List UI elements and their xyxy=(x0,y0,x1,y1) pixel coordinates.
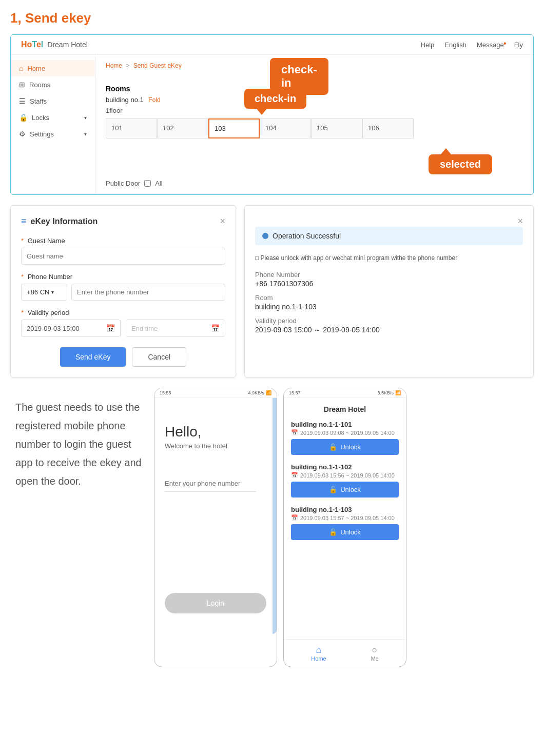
phone-number-input[interactable] xyxy=(71,284,225,301)
ekey-icon: ≡ xyxy=(21,216,27,227)
key-room-2: building no.1-1-103 xyxy=(291,506,399,513)
settings-chevron: ▾ xyxy=(84,131,87,137)
validity-label: * Validity period xyxy=(21,309,225,316)
staffs-icon: ☰ xyxy=(19,97,26,105)
key-item-1: building no.1-1-102 📅 2019.09.03 15:56 ~… xyxy=(291,463,399,498)
key-date-1: 📅 2019.09.03 15:56 ~ 2019.09.05 14:00 xyxy=(291,472,399,479)
lock-unlock-icon: 🔓 xyxy=(329,443,337,451)
keys-hotel-name: Dream Hotel xyxy=(291,405,399,413)
welcome-text: Welcome to the hotel xyxy=(165,442,266,450)
key-room-1: building no.1-1-102 xyxy=(291,463,399,471)
nav-me[interactable]: ○ Me xyxy=(371,645,378,662)
calendar-small-icon: 📅 xyxy=(291,429,298,436)
phone-info-label: Phone Number xyxy=(255,271,523,278)
key-room-0: building no.1-1-101 xyxy=(291,421,399,428)
locks-chevron: ▾ xyxy=(84,115,87,121)
phone-login-input[interactable] xyxy=(165,475,256,492)
room-102[interactable]: 102 xyxy=(157,118,208,138)
success-description: □ Please unlock with app or wechat mini … xyxy=(255,253,523,263)
hotel-logo: HoTel xyxy=(21,40,43,49)
sidebar-item-staffs[interactable]: ☰ Staffs xyxy=(11,93,95,109)
blue-scroll-bar xyxy=(273,398,277,634)
home-nav-icon: ⌂ xyxy=(316,645,322,655)
unlock-button-0[interactable]: 🔓 Unlock xyxy=(291,439,399,455)
calendar-small-icon-3: 📅 xyxy=(291,514,298,521)
hotel-content: Home > Send Guest eKey check-in Rooms bu… xyxy=(95,55,533,194)
rooms-icon: ⊞ xyxy=(19,81,25,89)
nav-home[interactable]: ⌂ Home xyxy=(311,645,326,662)
unlock-button-1[interactable]: 🔓 Unlock xyxy=(291,482,399,498)
login-status-bar: 15:55 4.9KB/s 📶 xyxy=(154,388,277,398)
key-item-0: building no.1-1-101 📅 2019.09.03 09:08 ~… xyxy=(291,421,399,455)
room-103[interactable]: 103 xyxy=(208,118,260,138)
hotel-name: Dream Hotel xyxy=(47,41,88,49)
hotel-body: ⌂ Home ⊞ Rooms ☰ Staffs 🔒 Locks ▾ ⚙ Sett… xyxy=(11,55,533,194)
greeting-text: Hello, xyxy=(165,424,266,440)
two-panels: ≡ eKey Information × * Guest Name * Phon… xyxy=(10,205,534,377)
keys-phone: 15:57 3.5KB/s 📶 Dream Hotel building no.… xyxy=(283,388,406,667)
end-date-input[interactable]: End time 📅 xyxy=(126,320,225,337)
signal-icon: 📶 xyxy=(266,390,271,395)
nav-language[interactable]: English xyxy=(444,41,467,49)
checkbox-icon: □ xyxy=(255,254,259,262)
success-dot xyxy=(262,233,268,239)
send-ekey-button[interactable]: Send eKey xyxy=(60,347,126,367)
selected-callout-bubble: selected xyxy=(429,154,492,174)
date-row: 2019-09-03 15:00 📅 End time 📅 xyxy=(21,320,225,337)
phone-row: +86 CN ▾ xyxy=(21,284,225,301)
room-105[interactable]: 105 xyxy=(311,118,362,138)
room-104[interactable]: 104 xyxy=(260,118,311,138)
all-checkbox[interactable] xyxy=(144,180,151,187)
settings-icon: ⚙ xyxy=(19,130,26,138)
sidebar-item-home[interactable]: ⌂ Home xyxy=(11,60,95,76)
calendar-icon-end: 📅 xyxy=(211,324,220,332)
login-phone: 15:55 4.9KB/s 📶 Hello, Welcome to the ho… xyxy=(154,388,277,667)
desc-text: The guest needs to use the registered mo… xyxy=(15,398,149,490)
nav-message[interactable]: Message xyxy=(477,41,504,49)
login-button[interactable]: Login xyxy=(165,593,266,613)
ekey-modal: ≡ eKey Information × * Guest Name * Phon… xyxy=(10,205,236,377)
phone-prefix-select[interactable]: +86 CN ▾ xyxy=(21,284,67,301)
hotel-sidebar: ⌂ Home ⊞ Rooms ☰ Staffs 🔒 Locks ▾ ⚙ Sett… xyxy=(11,55,95,194)
guest-name-input[interactable] xyxy=(21,248,225,265)
key-date-2: 📅 2019.09.03 15:57 ~ 2019.09.05 14:00 xyxy=(291,514,399,521)
phone-label: * Phone Number xyxy=(21,273,225,281)
login-phone-body: Hello, Welcome to the hotel Login xyxy=(154,398,277,634)
ekey-close-button[interactable]: × xyxy=(220,216,225,227)
mobile-description: The guest needs to use the registered mo… xyxy=(10,388,154,501)
mobile-section: The guest needs to use the registered mo… xyxy=(10,388,534,667)
mobile-screens: 15:55 4.9KB/s 📶 Hello, Welcome to the ho… xyxy=(154,388,406,667)
calendar-icon: 📅 xyxy=(106,324,115,332)
guest-name-field: * Guest Name xyxy=(21,237,225,265)
nav-help[interactable]: Help xyxy=(421,41,435,49)
home-icon: ⌂ xyxy=(19,64,23,72)
hotel-dashboard: HoTel Dream Hotel Help English Message F… xyxy=(10,34,534,195)
room-106[interactable]: 106 xyxy=(362,118,414,138)
guest-name-label: * Guest Name xyxy=(21,237,225,245)
cancel-button[interactable]: Cancel xyxy=(132,347,186,367)
hotel-nav: Help English Message Fly xyxy=(421,41,523,49)
key-item-2: building no.1-1-103 📅 2019.09.03 15:57 ~… xyxy=(291,506,399,540)
calendar-small-icon-2: 📅 xyxy=(291,472,298,479)
room-info-label: Room xyxy=(255,294,523,302)
sidebar-item-settings[interactable]: ⚙ Settings ▾ xyxy=(11,126,95,142)
checkin-callout-bubble: check-in xyxy=(244,89,306,109)
lock-icon: 🔒 xyxy=(19,113,28,122)
hotel-header: HoTel Dream Hotel Help English Message F… xyxy=(11,35,533,55)
phone-bottom-nav: ⌂ Home ○ Me xyxy=(284,639,406,667)
sidebar-item-rooms[interactable]: ⊞ Rooms xyxy=(11,76,95,93)
success-modal: × Operation Successful □ Please unlock w… xyxy=(244,205,534,377)
chevron-down-icon: ▾ xyxy=(51,289,54,295)
room-101[interactable]: 101 xyxy=(106,118,157,138)
start-date-input[interactable]: 2019-09-03 15:00 📅 xyxy=(21,320,121,337)
room-info-value: building no.1-1-103 xyxy=(255,303,523,311)
rooms-content: check-in Rooms building no.1 Fold 1floor… xyxy=(106,75,523,187)
rooms-grid: 101 102 103 104 105 106 xyxy=(106,118,523,138)
nav-fly[interactable]: Fly xyxy=(514,41,523,49)
phone-number-field: * Phone Number +86 CN ▾ xyxy=(21,273,225,301)
unlock-button-2[interactable]: 🔓 Unlock xyxy=(291,524,399,540)
success-close-button[interactable]: × xyxy=(517,216,523,227)
validity-info-label: Validity period xyxy=(255,317,523,325)
fold-link[interactable]: Fold xyxy=(148,96,160,104)
sidebar-item-locks[interactable]: 🔒 Locks ▾ xyxy=(11,109,95,126)
